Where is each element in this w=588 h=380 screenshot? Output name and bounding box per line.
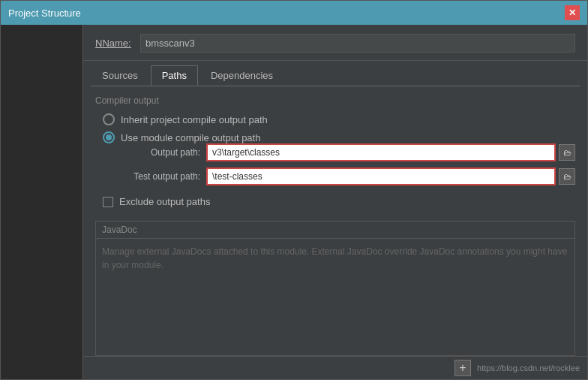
close-button[interactable]: ✕: [565, 5, 580, 20]
exclude-checkbox-row: Exclude output paths: [95, 192, 575, 212]
inherit-option-label: Inherit project compile output path: [121, 114, 268, 125]
tab-sources[interactable]: Sources: [91, 65, 149, 86]
test-output-path-input[interactable]: [206, 167, 556, 185]
output-path-row: Output path: 🗁: [95, 143, 575, 161]
tab-dependencies[interactable]: Dependencies: [200, 65, 284, 86]
content-area: NName: Sources Paths Dependencies Compi: [1, 25, 587, 379]
exclude-label: Exclude output paths: [119, 196, 210, 207]
output-path-wrapper: 🗁: [206, 143, 575, 161]
watermark-url: https://blog.csdn.net/rocklee: [477, 363, 580, 372]
use-module-option-label: Use module compile output path: [121, 132, 260, 143]
name-row: NName:: [83, 25, 587, 61]
compiler-output-section: Compiler output Inherit project compile …: [83, 86, 587, 221]
folder-icon: 🗁: [563, 148, 572, 157]
main-panel: NName: Sources Paths Dependencies Compi: [83, 25, 587, 379]
javadoc-header: JavaDoc: [96, 222, 574, 239]
inherit-option-row: Inherit project compile output path: [103, 113, 575, 125]
name-input[interactable]: [140, 34, 575, 53]
inherit-radio[interactable]: [103, 113, 115, 125]
test-output-path-wrapper: 🗁: [206, 167, 575, 185]
test-output-path-row: Test output path: 🗁: [95, 167, 575, 185]
tab-paths[interactable]: Paths: [151, 65, 198, 86]
folder-icon-test: 🗁: [563, 172, 572, 181]
output-path-browse-button[interactable]: 🗁: [559, 144, 575, 161]
tabs-container: Sources Paths Dependencies: [83, 61, 587, 86]
dialog-title: Project Structure: [8, 8, 81, 19]
output-path-input[interactable]: [206, 143, 556, 161]
title-bar: Project Structure ✕: [1, 1, 587, 25]
test-output-path-browse-button[interactable]: 🗁: [559, 168, 575, 185]
compiler-output-title: Compiler output: [95, 95, 575, 106]
compiler-output-options: Inherit project compile output path Use …: [95, 113, 575, 143]
output-path-label: Output path:: [103, 147, 200, 158]
project-structure-dialog: Project Structure ✕ NName: Sources Paths: [0, 0, 588, 380]
test-output-path-label: Test output path:: [103, 171, 200, 182]
javadoc-section: JavaDoc Manage external JavaDocs attache…: [95, 221, 575, 356]
name-label: NName:: [95, 38, 133, 49]
add-button[interactable]: +: [454, 360, 471, 376]
bottom-bar: + https://blog.csdn.net/rocklee: [83, 356, 587, 379]
sidebar: [1, 25, 83, 379]
use-module-option-row: Use module compile output path: [103, 131, 575, 143]
exclude-checkbox[interactable]: [103, 197, 113, 207]
javadoc-body: Manage external JavaDocs attached to thi…: [96, 239, 574, 355]
use-module-radio[interactable]: [103, 131, 115, 143]
